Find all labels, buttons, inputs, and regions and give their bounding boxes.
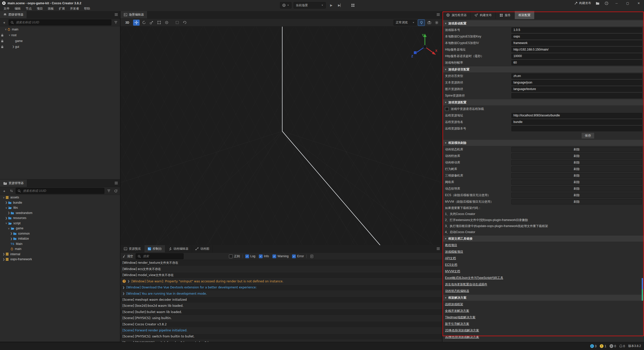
scene-settings-gear-icon[interactable] [433, 20, 440, 26]
toggle-3d-button[interactable]: 3D [123, 20, 132, 26]
asset-node-assets[interactable]: ∨assets [0, 195, 120, 200]
asset-node-script[interactable]: ∨script [0, 221, 120, 226]
expand-arrow-icon[interactable]: ❯ [7, 211, 11, 214]
play-button[interactable]: ▶ [328, 2, 335, 8]
filter-info[interactable]: ✓Info [259, 254, 269, 258]
collapse-arrow-icon[interactable]: ∨ [5, 222, 8, 225]
expand-arrow-icon[interactable]: ❯ [5, 217, 8, 220]
tab-services[interactable]: 服务 [496, 11, 515, 19]
view-mode-dropdown[interactable]: 正常浏览 ▼ [393, 20, 417, 26]
remove-module-button[interactable]: 剔除 [511, 166, 642, 172]
hierarchy-filter-icon[interactable] [113, 20, 118, 25]
doc-link[interactable]: ECS文档 [445, 263, 457, 267]
console-menu-icon[interactable] [436, 247, 440, 250]
log-row[interactable]: ❯[Window] Download the Vue Devtools exte… [120, 285, 442, 291]
hierarchy-node-main[interactable]: ∨main [0, 26, 120, 32]
scene-viewport[interactable]: X Y Z [120, 27, 442, 245]
section-header[interactable]: ∨游戏基础配置 [442, 20, 644, 26]
doc-link[interactable]: Tiledmap地图解决方案 [445, 315, 475, 320]
hierarchy-menu-icon[interactable] [114, 13, 118, 16]
console-log-list[interactable]: [Window] render_texture文件夹不存在[Window] ec… [120, 260, 442, 342]
menu-item-6[interactable]: 开发者 [67, 7, 82, 11]
asset-node-bundle[interactable]: ❯bundle [0, 200, 120, 205]
tab-build-publish[interactable]: 构建发布 [471, 11, 496, 19]
asset-node-seedrandom[interactable]: ❯seedrandom [0, 210, 120, 216]
hierarchy-node-game[interactable]: game [0, 38, 120, 44]
asset-node-oops-framework[interactable]: ❯oops-framework [0, 257, 120, 262]
expand-arrow-icon[interactable]: ❯ [10, 237, 13, 240]
field-input-游戏每秒帧率[interactable] [511, 60, 642, 65]
log-row[interactable]: [Scene] [bullet]:bullet wasm lib loaded. [120, 309, 442, 315]
notification-count[interactable]: 0 [619, 344, 625, 348]
clear-console-button[interactable]: 清空 [123, 254, 133, 258]
expand-arrow-icon[interactable]: ❯ [2, 253, 6, 255]
asset-node-main[interactable]: TSMain [0, 241, 120, 247]
field-input-远程资源包名[interactable] [511, 119, 642, 125]
field-input-Http服务器请求超时（毫秒）[interactable] [511, 54, 642, 59]
save-button[interactable]: 保存 [581, 133, 594, 139]
section-header[interactable]: ∨框架解决方案 [442, 295, 644, 301]
collapse-arrow-icon[interactable]: ∨ [4, 28, 8, 31]
field-input-远程资源地址[interactable] [511, 113, 642, 118]
doc-link[interactable]: 新手引导解决方案 [445, 322, 469, 326]
log-row[interactable]: [Window] ecs文件夹不存在 [120, 266, 442, 272]
expand-arrow-icon[interactable]: ❯ [2, 258, 6, 261]
remote-load-checkbox[interactable]: 游戏中资源是否远程加载 [442, 106, 644, 112]
section-header[interactable]: ∨框架文档工具链接 [442, 236, 644, 242]
log-row[interactable]: !❯[Window] [Vue warn]: Property "onInput… [120, 278, 442, 284]
tab-scene-editor[interactable]: 场景编辑器 [120, 11, 147, 18]
tool-scale-icon[interactable] [148, 20, 155, 26]
remove-module-button[interactable]: 剔除 [511, 199, 642, 204]
expand-arrow-icon[interactable]: ❯ [123, 286, 125, 289]
tool-rect-icon[interactable] [156, 20, 162, 26]
doc-link[interactable]: 游戏模板项目 [445, 250, 463, 254]
section-header[interactable]: ∨游戏资源配置 [442, 99, 644, 105]
create-asset-button[interactable]: + [2, 188, 7, 194]
asset-node-main[interactable]: main [0, 246, 120, 252]
menu-item-2[interactable]: 节点 [23, 7, 34, 11]
open-project-folder-icon[interactable] [595, 1, 600, 6]
doc-link[interactable]: 教程项目 [445, 243, 457, 247]
field-input-图片资源路径[interactable] [511, 86, 642, 92]
doc-link[interactable]: 全栈开发解决方案 [445, 309, 469, 313]
layout-grid-icon[interactable] [349, 2, 356, 8]
tab-hierarchy[interactable]: 层级管理器 [0, 11, 27, 18]
field-input-文本资源路径[interactable] [511, 80, 642, 85]
assets-search-input[interactable] [22, 189, 102, 193]
maximize-button[interactable]: ▢ [624, 0, 631, 6]
collapse-arrow-icon[interactable]: ∨ [7, 227, 11, 230]
doc-link[interactable]: 2D角色扮演游戏解决方案 [445, 328, 479, 333]
lighting-toggle-icon[interactable] [418, 19, 425, 26]
log-row[interactable]: ❯[Window] You are running Vue in develop… [120, 291, 442, 297]
field-input-远程资源版本号[interactable] [511, 126, 642, 131]
filter-warning[interactable]: ✓Warning [272, 254, 289, 258]
field-input-Http服务器地址[interactable] [511, 47, 642, 52]
menu-item-3[interactable]: 项目 [34, 7, 45, 11]
hierarchy-node-root[interactable]: ∨root [0, 32, 120, 38]
doc-link[interactable]: API文档 [445, 256, 456, 260]
collapse-arrow-icon[interactable]: ∨ [5, 206, 8, 209]
sort-assets-icon[interactable] [9, 188, 14, 194]
menu-item-0[interactable]: 文件 [1, 7, 12, 11]
asset-node-initialize[interactable]: ❯initialize [0, 236, 120, 241]
menu-item-1[interactable]: 编辑 [12, 7, 23, 11]
console-search-input[interactable] [142, 254, 182, 258]
collapse-arrow-icon[interactable]: ∨ [8, 34, 11, 36]
log-row[interactable]: [Window] model_view文件夹不存在 [120, 272, 442, 278]
minimize-button[interactable]: ─ [613, 0, 620, 6]
scene-select-dropdown[interactable]: 当前场景 ▼ [294, 2, 326, 9]
info-count[interactable]: i 3 [590, 344, 597, 348]
tab-property-inspector[interactable]: 属性检查器 [442, 11, 471, 19]
doc-link[interactable]: 战棋游戏框架 [445, 302, 463, 307]
assets-menu-icon[interactable] [114, 182, 118, 185]
close-button[interactable]: ✕ [635, 0, 642, 6]
refresh-icon[interactable] [113, 188, 118, 194]
expand-arrow-icon[interactable]: ❯ [10, 232, 13, 235]
field-input-Spine资源路径[interactable] [511, 93, 642, 98]
scene-camera-icon[interactable] [426, 20, 432, 26]
asset-node-internal[interactable]: ❯internal [0, 252, 120, 257]
tool-gizmo-pivot-icon[interactable] [163, 20, 170, 26]
menu-item-4[interactable]: 面板 [45, 7, 56, 11]
platform-select[interactable]: ▼ [280, 2, 292, 9]
scrollbar-thumb[interactable] [642, 289, 643, 301]
